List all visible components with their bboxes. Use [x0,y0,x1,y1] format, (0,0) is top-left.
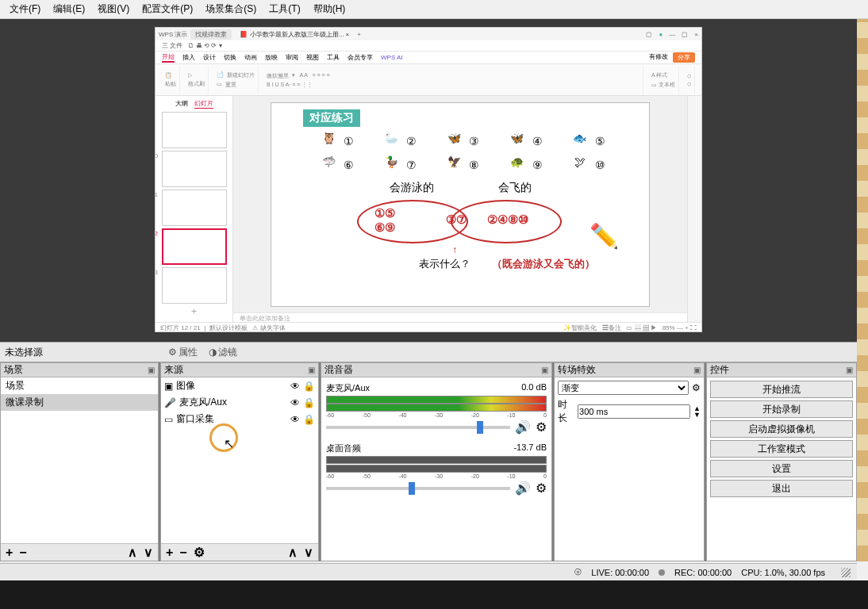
menu-file[interactable]: 文件(F) [3,1,47,17]
wps-user-icon: ● [659,31,663,38]
gear-icon [168,347,177,358]
menu-tools[interactable]: 工具(T) [263,1,306,17]
menu-edit[interactable]: 编辑(E) [47,1,91,17]
resize-grip[interactable] [841,568,851,577]
image-icon: ▣ [164,381,173,392]
eye-icon[interactable]: 👁 [290,381,300,392]
mixer-channel-desktop: 桌面音频-13.7 dB -60-50-40-30-20-100 🔊 [326,442,547,496]
popout-icon[interactable]: ▣ [541,366,548,374]
popout-icon[interactable]: ▣ [308,366,315,374]
popout-icon[interactable]: ▣ [846,366,853,374]
menu-scenes[interactable]: 场景集合(S) [199,1,263,17]
wps-doc-tab-2: 📕 小学数学最新人教版三年级上册... × [235,29,354,40]
volume-slider[interactable] [326,426,510,429]
lock-icon[interactable]: 🔒 [303,397,315,408]
scene-down-button[interactable]: ∨ [142,545,155,560]
wps-quickbar: 三 文件 🗋 🖶 ⟲ ⟳ ▾ [156,40,701,52]
source-item[interactable]: ▣图像👁🔒 [161,377,318,394]
wps-app-tab: WPS 演示 [159,30,187,39]
source-toolbar-row: 未选择源 属性 ◑滤镜 [0,342,857,362]
meter [326,465,547,473]
sources-list[interactable]: ▣图像👁🔒 🎤麦克风/Aux👁🔒 ▭窗口采集👁🔒 [161,377,318,543]
wps-dash-icon: — [669,31,675,38]
wps-close-icon: × [694,31,698,38]
add-scene-button[interactable]: + [4,546,14,560]
eye-icon[interactable]: 👁 [290,414,300,425]
wps-tab-start: 开始 [162,52,175,63]
scene-item[interactable]: 微课录制 [1,394,158,411]
lock-icon[interactable]: 🔒 [303,381,315,392]
start-recording-button[interactable]: 开始录制 [710,400,853,418]
menu-view[interactable]: 视图(V) [91,1,136,17]
properties-button[interactable]: 属性 [163,344,202,361]
taskbar [0,580,868,609]
start-streaming-button[interactable]: 开始推流 [710,381,853,398]
volume-slider[interactable] [326,487,510,490]
popout-icon[interactable]: ▣ [148,366,155,374]
scenes-list[interactable]: 场景 微课录制 [1,377,158,543]
source-up-button[interactable]: ∧ [286,545,299,560]
meter [326,456,547,464]
transitions-title: 转场特效 [558,363,596,377]
start-virtualcam-button[interactable]: 启动虚拟摄像机 [710,420,853,438]
channel-settings-button[interactable] [536,481,547,496]
scene-item[interactable]: 场景 [1,377,158,394]
spinner-icon[interactable]: ▲▼ [693,405,701,418]
sources-title: 来源 [164,363,183,377]
source-item[interactable]: ▭窗口采集👁🔒 [161,411,318,427]
scenes-dock: 场景▣ 场景 微课录制 + − ∧ ∨ [0,362,159,561]
statusbar: ⦾ LIVE: 00:00:00 REC: 00:00:00 CPU: 1.0%… [0,563,857,580]
transition-type-select[interactable]: 渐变 [558,381,689,395]
menubar: 文件(F) 编辑(E) 视图(V) 配置文件(P) 场景集合(S) 工具(T) … [0,0,868,19]
filters-button[interactable]: ◑滤镜 [204,344,242,361]
wps-statusbar: 幻灯片 12 / 21 | 默认设计模板 ⚠ 缺失字体 ✨智能美化 ☰备注 ▭ … [156,322,701,333]
docks: 场景▣ 场景 微课录制 + − ∧ ∨ 来源▣ ▣图像👁🔒 🎤麦克风/Aux👁🔒… [0,362,857,561]
menu-help[interactable]: 帮助(H) [307,1,352,17]
source-settings-button[interactable] [192,545,206,560]
remove-source-button[interactable]: − [178,546,188,560]
mic-icon: 🎤 [164,397,176,408]
mixer-channel-mic: 麦克风/Aux0.0 dB -60-50-40-30-20-100 🔊 [326,382,547,435]
speaker-icon[interactable]: 🔊 [515,419,531,435]
scene-up-button[interactable]: ∧ [126,545,139,560]
venn-diagram: 会游泳的会飞的 ①⑤ ⑥⑨ ③⑦ ②④⑧⑩ ↑ 表示什么？ （既会游泳又会飞的）… [303,181,617,268]
menu-profile[interactable]: 配置文件(P) [136,1,199,17]
thumb-13 [162,267,227,304]
no-source-label: 未选择源 [0,346,159,359]
settings-button[interactable]: 设置 [710,460,853,477]
sources-dock: 来源▣ ▣图像👁🔒 🎤麦克风/Aux👁🔒 ▭窗口采集👁🔒 + − ∧ ∨ [160,362,319,561]
live-status: LIVE: 00:00:00 [591,568,649,577]
wps-window: WPS 演示 找规律教案 📕 小学数学最新人教版三年级上册... × + ▢ ●… [155,27,702,332]
source-item[interactable]: 🎤麦克风/Aux👁🔒 [161,394,318,411]
thumb-10 [162,151,227,187]
meter [326,396,547,404]
eye-icon[interactable]: 👁 [290,397,300,408]
add-source-button[interactable]: + [164,546,175,560]
window-icon: ▭ [164,414,173,425]
duration-input[interactable] [578,404,690,419]
rec-status: REC: 00:00:00 [674,568,732,577]
studio-mode-button[interactable]: 工作室模式 [710,440,853,458]
channel-settings-button[interactable] [536,419,547,435]
wps-rightpanel [687,96,701,322]
cpu-status: CPU: 1.0%, 30.00 fps [741,568,825,577]
decorative-strip [857,19,868,561]
remove-scene-button[interactable]: − [17,546,28,560]
source-down-button[interactable]: ∨ [302,545,315,560]
controls-title: 控件 [710,363,729,377]
wps-new-tab-icon: + [357,31,361,38]
exit-button[interactable]: 退出 [710,480,853,497]
thumb-11 [162,190,227,226]
scenes-title: 场景 [4,363,23,377]
slide-content: 对应练习 🦉① 🦢② 🦋③ 🦋④ 🐟⑤ 🦈⑥ 🦆⑦ 🦅⑧ [271,102,650,307]
wps-slide-area: 对应练习 🦉① 🦢② 🦋③ 🦋④ 🐟⑤ 🦈⑥ 🦆⑦ 🦅⑧ [233,96,687,322]
transition-settings-button[interactable] [692,382,701,393]
speaker-icon[interactable]: 🔊 [515,481,531,496]
preview-area[interactable]: WPS 演示 找规律教案 📕 小学数学最新人教版三年级上册... × + ▢ ●… [0,19,857,342]
popout-icon[interactable]: ▣ [693,366,701,374]
lock-icon[interactable]: 🔒 [303,414,315,425]
wps-ribbon-tabs: 开始 插入 设计 切换 动画 放映 审阅 视图 工具 会员专享 WPS AI 有… [156,52,701,64]
wps-ribbon: 📋粘贴 ▷格式刷 📄 新建幻灯片▭ 重置 微软雅黑 ▾ A A ≡ ≡ ≡ ≡B… [156,64,701,96]
rec-dot-icon [659,569,665,576]
animal-row-2: 🦈⑥ 🦆⑦ 🦅⑧ 🐢⑨ 🕊⑩ [303,155,617,174]
